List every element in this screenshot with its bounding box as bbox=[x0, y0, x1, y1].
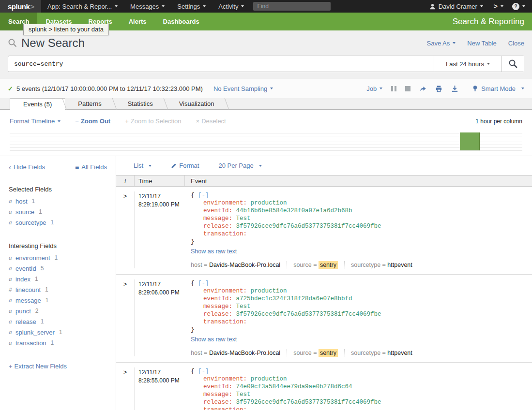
settings-menu[interactable]: Settings bbox=[171, 0, 212, 13]
json-value[interactable]: production bbox=[251, 200, 287, 206]
expand-event-chevron[interactable]: > bbox=[123, 281, 127, 288]
tab-patterns[interactable]: Patterns bbox=[65, 98, 114, 109]
json-collapse-toggle[interactable]: [-] bbox=[198, 368, 209, 375]
deselect-button[interactable]: ×Deselect bbox=[196, 117, 226, 125]
meta-host[interactable]: host = Davids-MacBook-Pro.local bbox=[191, 350, 280, 356]
show-raw-text-link[interactable]: Show as raw text bbox=[191, 248, 237, 255]
print-button[interactable] bbox=[435, 85, 442, 92]
field-item-host[interactable]: a host 1 bbox=[0, 196, 116, 206]
json-key[interactable]: release bbox=[203, 223, 229, 230]
field-name[interactable]: index bbox=[15, 276, 30, 283]
tab-events[interactable]: Events (5) bbox=[10, 98, 65, 110]
tab-statistics[interactable]: Statistics bbox=[115, 98, 166, 109]
close-button[interactable]: Close bbox=[508, 40, 524, 47]
field-item-source[interactable]: a source 1 bbox=[0, 206, 116, 217]
json-key[interactable]: release bbox=[203, 311, 229, 318]
field-item-splunk_server[interactable]: a splunk_server 1 bbox=[0, 327, 116, 337]
field-name[interactable]: eventId bbox=[15, 265, 36, 272]
list-view-menu[interactable]: List bbox=[134, 162, 152, 169]
json-value[interactable]: a725bdec1c324f318f28da6e07e8bbfd bbox=[236, 295, 352, 302]
timeline-bar[interactable] bbox=[460, 132, 480, 150]
format-menu[interactable]: Format bbox=[171, 162, 199, 169]
field-name[interactable]: linecount bbox=[15, 286, 41, 293]
field-name[interactable]: release bbox=[15, 318, 36, 325]
app-menu[interactable]: App: Search & Repor... bbox=[41, 0, 124, 13]
json-key[interactable]: environment bbox=[203, 200, 243, 206]
json-value[interactable]: 3f57926cee9dfc76a6d5377375381f7cc4069fbe bbox=[236, 223, 381, 230]
field-item-punct[interactable]: a punct 2 bbox=[0, 306, 116, 316]
field-name[interactable]: splunk_server bbox=[15, 329, 55, 336]
json-value[interactable]: Test bbox=[236, 215, 251, 222]
format-timeline-menu[interactable]: Format Timeline bbox=[10, 117, 61, 125]
json-collapse-toggle[interactable]: [-] bbox=[198, 280, 209, 287]
tab-visualization[interactable]: Visualization bbox=[166, 98, 228, 109]
new-table-button[interactable]: New Table bbox=[467, 40, 496, 47]
field-item-transaction[interactable]: a transaction 1 bbox=[0, 337, 116, 348]
field-name[interactable]: transaction bbox=[15, 339, 46, 347]
save-as-button[interactable]: Save As bbox=[427, 40, 456, 47]
field-name[interactable]: environment bbox=[15, 254, 50, 262]
zoom-to-selection-button[interactable]: +Zoom to Selection bbox=[125, 117, 181, 125]
event-sampling-menu[interactable]: No Event Sampling bbox=[213, 85, 273, 92]
field-name[interactable]: punct bbox=[15, 308, 31, 315]
time-range-picker[interactable]: Last 24 hours bbox=[434, 56, 502, 72]
event-time-cell[interactable]: 12/11/178:28:55.000 PM bbox=[135, 367, 185, 410]
search-query-input[interactable]: source=sentry bbox=[8, 56, 434, 72]
json-key[interactable]: environment bbox=[203, 376, 243, 382]
nav-alerts[interactable]: Alerts bbox=[121, 13, 155, 30]
meta-source[interactable]: source = sentry bbox=[293, 350, 338, 356]
share-button[interactable] bbox=[419, 85, 426, 92]
field-item-index[interactable]: a index 1 bbox=[0, 274, 116, 284]
json-key[interactable]: eventId bbox=[203, 207, 229, 214]
json-value[interactable]: 3f57926cee9dfc76a6d5377375381f7cc4069fbe bbox=[236, 311, 381, 318]
field-item-eventId[interactable]: a eventId 5 bbox=[0, 263, 116, 274]
json-value[interactable]: 3f57926cee9dfc76a6d5377375381f7cc4069fbe bbox=[236, 399, 381, 406]
field-item-message[interactable]: a message 1 bbox=[0, 295, 116, 306]
json-value[interactable]: 44b16b6be8584e328f0a07e1a6d2b68b bbox=[236, 207, 352, 214]
event-time-cell[interactable]: 12/11/178:29:19.000 PM bbox=[135, 191, 185, 268]
meta-host[interactable]: host = Davids-MacBook-Pro.local bbox=[191, 262, 280, 268]
json-key[interactable]: eventId bbox=[203, 383, 229, 390]
nav-dashboards[interactable]: Dashboards bbox=[155, 13, 208, 30]
json-key[interactable]: transaction bbox=[203, 407, 243, 410]
splunk-logo[interactable]: splunk> bbox=[0, 0, 41, 13]
field-name[interactable]: message bbox=[15, 297, 41, 304]
meta-sourcetype[interactable]: sourcetype = httpevent bbox=[351, 262, 412, 268]
event-timeline-chart[interactable] bbox=[10, 131, 522, 151]
messages-menu[interactable]: Messages bbox=[124, 0, 171, 13]
json-key[interactable]: message bbox=[203, 215, 229, 222]
json-value[interactable]: production bbox=[251, 288, 287, 294]
field-item-sourcetype[interactable]: a sourcetype 1 bbox=[0, 217, 116, 228]
field-item-linecount[interactable]: # linecount 1 bbox=[0, 284, 116, 295]
json-key[interactable]: eventId bbox=[203, 295, 229, 302]
field-item-environment[interactable]: a environment 1 bbox=[0, 252, 116, 263]
field-name[interactable]: host bbox=[15, 198, 28, 205]
find-input[interactable] bbox=[253, 2, 331, 11]
json-key[interactable]: transaction bbox=[203, 231, 243, 237]
expand-event-chevron[interactable]: > bbox=[123, 193, 127, 200]
field-item-release[interactable]: a release 1 bbox=[0, 316, 116, 327]
zoom-out-button[interactable]: −Zoom Out bbox=[75, 117, 110, 125]
stop-button[interactable] bbox=[405, 86, 410, 91]
json-key[interactable]: transaction bbox=[203, 319, 243, 325]
pause-button[interactable] bbox=[391, 86, 396, 91]
json-collapse-toggle[interactable]: [-] bbox=[198, 192, 209, 199]
meta-source[interactable]: source = sentry bbox=[293, 262, 338, 268]
hide-fields-button[interactable]: ‹Hide Fields bbox=[9, 163, 45, 171]
json-value[interactable]: Test bbox=[236, 391, 251, 398]
meta-sourcetype[interactable]: sourcetype = httpevent bbox=[351, 350, 412, 356]
json-value[interactable]: Test bbox=[236, 303, 251, 310]
field-name[interactable]: sourcetype bbox=[15, 219, 46, 226]
export-button[interactable] bbox=[451, 85, 458, 92]
job-menu[interactable]: Job bbox=[366, 85, 382, 92]
field-name[interactable]: source bbox=[15, 208, 34, 216]
activity-menu[interactable]: Activity bbox=[212, 0, 250, 13]
json-value[interactable]: production bbox=[251, 376, 287, 382]
json-value[interactable]: 74e09cf3a5844ee79da9ae0b278d6c64 bbox=[236, 383, 352, 390]
help-menu[interactable]: ? bbox=[509, 3, 532, 10]
expand-event-chevron[interactable]: > bbox=[123, 369, 127, 376]
show-raw-text-link[interactable]: Show as raw text bbox=[191, 336, 237, 343]
json-key[interactable]: message bbox=[203, 391, 229, 398]
all-fields-button[interactable]: ≡All Fields bbox=[75, 163, 107, 171]
run-search-button[interactable] bbox=[502, 56, 524, 72]
